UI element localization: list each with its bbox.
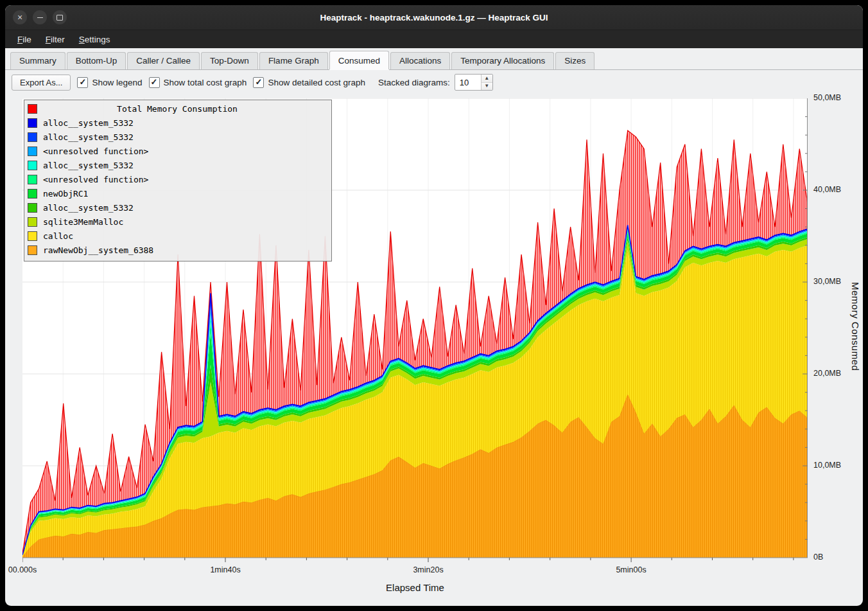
plot-area[interactable]: Total Memory Consumptionalloc__system_53… xyxy=(22,98,808,563)
tab-caller-callee[interactable]: Caller / Callee xyxy=(127,52,200,69)
legend-label: alloc__system_5332 xyxy=(43,118,134,128)
close-button[interactable]: × xyxy=(13,10,27,24)
y-tick-label: 30,0MB xyxy=(813,277,841,286)
close-icon: × xyxy=(17,13,22,22)
legend-row: newObjRC1 xyxy=(28,186,327,200)
export-as-button[interactable]: Export As... xyxy=(12,75,71,91)
y-axis-title: Memory Consumed xyxy=(850,282,861,371)
legend-row: <unresolved function> xyxy=(28,144,327,158)
menu-file[interactable]: File xyxy=(10,32,39,47)
x-tick-label: 5min00s xyxy=(616,565,646,574)
tab-top-down[interactable]: Top-Down xyxy=(201,52,258,69)
tab-allocations[interactable]: Allocations xyxy=(390,52,450,69)
legend-row: alloc__system_5332 xyxy=(28,116,327,130)
window-title: Heaptrack - heaptrack.wakunode.1.gz — He… xyxy=(5,13,863,22)
stacked-diagrams-spinbox[interactable]: 10 ▲ ▼ xyxy=(455,74,493,91)
legend-row: alloc__system_5332 xyxy=(28,200,327,215)
toolbar-checkboxes: ✓Show legend✓Show total cost graph✓Show … xyxy=(77,77,372,88)
y-tick-label: 10,0MB xyxy=(813,461,841,470)
legend-swatch xyxy=(28,161,37,170)
maximize-button[interactable] xyxy=(53,10,67,24)
tab-summary[interactable]: Summary xyxy=(10,52,65,69)
legend-row: <unresolved function> xyxy=(28,172,327,186)
x-axis-title: Elapsed Time xyxy=(22,582,808,593)
legend-swatch xyxy=(28,245,37,255)
y-tick-label: 40,0MB xyxy=(813,185,841,194)
checkbox-label: Show legend xyxy=(92,78,142,87)
y-tick-label: 50,0MB xyxy=(813,93,841,102)
legend-label: <unresolved function> xyxy=(43,146,148,156)
toolbar: Export As... ✓Show legend✓Show total cos… xyxy=(5,70,863,94)
window-controls: × xyxy=(13,10,67,24)
tab-sizes[interactable]: Sizes xyxy=(555,52,595,69)
legend-label: <unresolved function> xyxy=(43,175,148,184)
legend-label: Total Memory Consumption xyxy=(28,104,327,114)
spin-buttons: ▲ ▼ xyxy=(481,75,492,90)
y-tick-label: 20,0MB xyxy=(813,369,841,378)
maximize-icon xyxy=(56,15,63,21)
checkbox-label: Show detailed cost graph xyxy=(268,78,365,87)
chart-legend: Total Memory Consumptionalloc__system_53… xyxy=(24,100,332,261)
minimize-button[interactable] xyxy=(33,10,47,24)
minimize-icon xyxy=(37,17,43,18)
legend-label: calloc xyxy=(43,231,73,241)
spin-down-button[interactable]: ▼ xyxy=(482,82,492,91)
checkbox-show-total-cost-graph[interactable]: ✓Show total cost graph xyxy=(149,77,247,88)
tab-temporary-allocations[interactable]: Temporary Allocations xyxy=(451,52,554,69)
legend-label: alloc__system_5332 xyxy=(43,203,134,213)
y-tick-label: 0B xyxy=(813,553,823,562)
checkbox-check-icon: ✓ xyxy=(77,77,88,88)
stacked-diagrams-control: Stacked diagrams: 10 ▲ ▼ xyxy=(378,74,493,91)
checkbox-show-detailed-cost-graph[interactable]: ✓Show detailed cost graph xyxy=(253,77,365,88)
tab-flame-graph[interactable]: Flame Graph xyxy=(259,52,328,69)
legend-label: alloc__system_5332 xyxy=(43,132,134,142)
checkbox-label: Show total cost graph xyxy=(164,78,247,87)
legend-label: sqlite3MemMalloc xyxy=(43,217,123,227)
titlebar: × Heaptrack - heaptrack.wakunode.1.gz — … xyxy=(5,5,863,30)
x-tick-label: 3min20s xyxy=(413,565,443,574)
legend-title-row: Total Memory Consumption xyxy=(28,102,327,116)
checkbox-show-legend[interactable]: ✓Show legend xyxy=(77,77,142,88)
legend-swatch xyxy=(28,175,37,184)
legend-swatch xyxy=(28,189,37,199)
stacked-diagrams-value[interactable]: 10 xyxy=(455,75,481,90)
spin-up-button[interactable]: ▲ xyxy=(482,75,492,82)
legend-row: sqlite3MemMalloc xyxy=(28,215,327,229)
stacked-diagrams-label: Stacked diagrams: xyxy=(378,78,450,87)
menu-bar: FileFilterSettings xyxy=(5,30,863,48)
legend-label: newObjRC1 xyxy=(43,189,88,199)
checkbox-check-icon: ✓ xyxy=(149,77,160,88)
legend-row: rawNewObj__system_6388 xyxy=(28,243,327,257)
legend-row: alloc__system_5332 xyxy=(28,130,327,144)
tab-bar: SummaryBottom-UpCaller / CalleeTop-DownF… xyxy=(5,48,863,70)
legend-row: alloc__system_5332 xyxy=(28,158,327,172)
legend-swatch xyxy=(28,118,37,128)
app-window: × Heaptrack - heaptrack.wakunode.1.gz — … xyxy=(5,5,863,606)
x-tick-label: 00.000s xyxy=(8,565,37,574)
checkbox-check-icon: ✓ xyxy=(253,77,264,88)
x-tick-label: 1min40s xyxy=(210,565,240,574)
tab-consumed[interactable]: Consumed xyxy=(329,51,389,69)
tab-bottom-up[interactable]: Bottom-Up xyxy=(67,52,126,69)
legend-row: calloc xyxy=(28,229,327,243)
chart-area: Total Memory Consumptionalloc__system_53… xyxy=(5,94,863,606)
legend-label: alloc__system_5332 xyxy=(43,161,134,170)
menu-settings[interactable]: Settings xyxy=(72,32,117,47)
legend-swatch xyxy=(28,146,37,156)
legend-swatch xyxy=(28,217,37,227)
legend-swatch xyxy=(28,132,37,142)
legend-swatch xyxy=(28,203,37,213)
legend-label: rawNewObj__system_6388 xyxy=(43,245,153,255)
menu-filter[interactable]: Filter xyxy=(39,32,72,47)
legend-swatch xyxy=(28,231,37,241)
